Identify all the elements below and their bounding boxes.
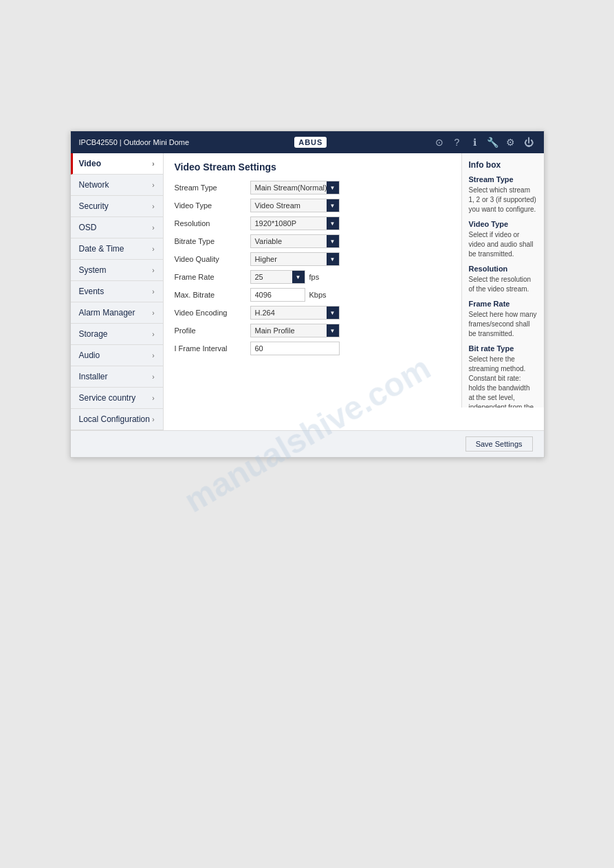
input-iframe-interval[interactable]: [250, 342, 340, 355]
sidebar-item-security[interactable]: Security ›: [71, 196, 163, 217]
infobox-heading-video-type: Video Type: [469, 220, 537, 228]
field-video-encoding: Video Encoding H.264 ▼: [175, 306, 450, 320]
chevron-right-icon: ›: [152, 352, 154, 359]
infobox-heading-stream-type: Stream Type: [469, 175, 537, 183]
label-profile: Profile: [175, 326, 250, 335]
infobox-text-frame-rate: Select here how many frames/second shall…: [469, 310, 537, 339]
field-video-quality: Video Quality Higher ▼: [175, 252, 450, 266]
help-icon[interactable]: ?: [450, 137, 464, 148]
label-frame-rate: Frame Rate: [175, 273, 250, 281]
dropdown-arrow-icon[interactable]: ▼: [327, 181, 339, 194]
sidebar-item-service-country[interactable]: Service country ›: [71, 388, 163, 409]
tools-icon[interactable]: 🔧: [486, 137, 500, 148]
select-video-quality[interactable]: Higher ▼: [250, 252, 340, 266]
label-iframe-interval: I Frame Interval: [175, 344, 250, 353]
power-icon[interactable]: ⏻: [522, 137, 536, 148]
select-video-encoding[interactable]: H.264 ▼: [250, 306, 340, 320]
sidebar-item-installer[interactable]: Installer ›: [71, 366, 163, 388]
chevron-right-icon: ›: [152, 373, 154, 381]
infobox-text-video-type: Select if video or video and audio shall…: [469, 230, 537, 259]
select-stream-type[interactable]: Main Stream(Normal) ▼: [250, 181, 340, 194]
chevron-right-icon: ›: [152, 416, 154, 423]
chevron-right-icon: ›: [152, 245, 154, 253]
sidebar-item-audio[interactable]: Audio ›: [71, 345, 163, 366]
sidebar-item-storage[interactable]: Storage ›: [71, 324, 163, 345]
label-resolution: Resolution: [175, 219, 250, 227]
sidebar-item-video[interactable]: Video ›: [71, 153, 163, 175]
sidebar-item-osd[interactable]: OSD ›: [71, 217, 163, 238]
label-stream-type: Stream Type: [175, 183, 250, 192]
select-bitrate-type[interactable]: Variable ▼: [250, 234, 340, 248]
brand-logo: ABUS: [294, 137, 327, 148]
header-icons: ⊙ ? ℹ 🔧 ⚙ ⏻: [432, 137, 536, 148]
field-iframe-interval: I Frame Interval: [175, 342, 450, 355]
select-profile[interactable]: Main Profile ▼: [250, 324, 340, 337]
label-max-bitrate: Max. Bitrate: [175, 291, 250, 299]
infobox-heading-bitrate-type: Bit rate Type: [469, 344, 537, 353]
chevron-right-icon: ›: [152, 160, 154, 168]
input-max-bitrate[interactable]: [250, 288, 305, 302]
chevron-right-icon: ›: [152, 181, 154, 189]
footer: Save Settings: [71, 430, 544, 457]
sidebar-item-alarm-manager[interactable]: Alarm Manager ›: [71, 302, 163, 324]
select-resolution[interactable]: 1920*1080P ▼: [250, 216, 340, 230]
infobox-heading-frame-rate: Frame Rate: [469, 300, 537, 308]
field-stream-type: Stream Type Main Stream(Normal) ▼: [175, 181, 450, 194]
input-frame-rate[interactable]: 25 ▼: [250, 270, 305, 284]
label-bitrate-type: Bitrate Type: [175, 237, 250, 245]
infobox-text-stream-type: Select which stream 1, 2 or 3 (if suppor…: [469, 186, 537, 214]
label-video-type: Video Type: [175, 201, 250, 210]
label-video-encoding: Video Encoding: [175, 309, 250, 317]
field-bitrate-type: Bitrate Type Variable ▼: [175, 234, 450, 248]
header: IPCB42550 | Outdoor Mini Dome ABUS ⊙ ? ℹ…: [71, 131, 544, 153]
dropdown-arrow-icon[interactable]: ▼: [327, 324, 339, 337]
infobox-heading-resolution: Resolution: [469, 265, 537, 273]
infobox-title: Info box: [469, 160, 537, 170]
select-video-type[interactable]: Video Stream ▼: [250, 199, 340, 212]
infobox-text-resolution: Select the resolution of the video strea…: [469, 275, 537, 294]
main-layout: Video › Network › Security › OSD › Date …: [71, 153, 544, 430]
dropdown-arrow-icon[interactable]: ▼: [327, 235, 339, 247]
dropdown-arrow-icon[interactable]: ▼: [327, 307, 339, 319]
camera-ui: IPCB42550 | Outdoor Mini Dome ABUS ⊙ ? ℹ…: [70, 131, 545, 458]
field-max-bitrate: Max. Bitrate Kbps: [175, 288, 450, 302]
dropdown-arrow-icon[interactable]: ▼: [327, 217, 339, 230]
chevron-right-icon: ›: [152, 331, 154, 338]
sidebar-item-network[interactable]: Network ›: [71, 175, 163, 196]
sidebar-item-system[interactable]: System ›: [71, 260, 163, 281]
camera-icon[interactable]: ⊙: [432, 137, 446, 148]
field-frame-rate: Frame Rate 25 ▼ fps: [175, 270, 450, 284]
sidebar-item-datetime[interactable]: Date & Time ›: [71, 238, 163, 260]
sidebar: Video › Network › Security › OSD › Date …: [71, 153, 164, 430]
page-title: Video Stream Settings: [175, 162, 450, 173]
dropdown-arrow-icon[interactable]: ▼: [327, 199, 339, 212]
chevron-right-icon: ›: [152, 224, 154, 232]
chevron-right-icon: ›: [152, 203, 154, 210]
chevron-right-icon: ›: [152, 309, 154, 317]
chevron-right-icon: ›: [152, 394, 154, 402]
device-title: IPCB42550 | Outdoor Mini Dome: [79, 138, 190, 146]
info-box: Info box Stream Type Select which stream…: [461, 153, 544, 408]
fps-unit: fps: [309, 273, 320, 281]
label-video-quality: Video Quality: [175, 255, 250, 263]
content-area: Video Stream Settings Stream Type Main S…: [164, 153, 461, 430]
save-settings-button[interactable]: Save Settings: [465, 436, 533, 452]
infobox-text-bitrate-type: Select here the streaming method. Consta…: [469, 355, 537, 408]
chevron-right-icon: ›: [152, 288, 154, 296]
info-icon[interactable]: ℹ: [468, 137, 482, 148]
settings-icon[interactable]: ⚙: [504, 137, 518, 148]
field-video-type: Video Type Video Stream ▼: [175, 199, 450, 212]
sidebar-item-events[interactable]: Events ›: [71, 281, 163, 302]
field-profile: Profile Main Profile ▼: [175, 324, 450, 337]
sidebar-item-local-config[interactable]: Local Configuration ›: [71, 409, 163, 430]
dropdown-arrow-icon[interactable]: ▼: [292, 271, 305, 283]
field-resolution: Resolution 1920*1080P ▼: [175, 216, 450, 230]
dropdown-arrow-icon[interactable]: ▼: [327, 253, 339, 265]
kbps-unit: Kbps: [309, 291, 327, 299]
chevron-right-icon: ›: [152, 267, 154, 274]
